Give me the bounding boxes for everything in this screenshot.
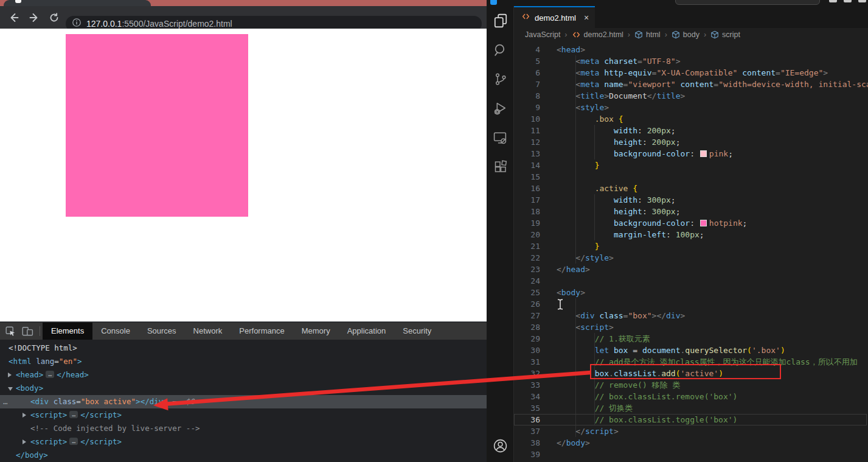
collapsed-content-button[interactable]: … (46, 371, 54, 378)
devtools-tab-elements[interactable]: Elements (43, 323, 92, 340)
breadcrumb-item-body[interactable]: body (683, 30, 700, 39)
code-line-35[interactable]: 35 // 切换类 (514, 402, 868, 414)
code-line-38[interactable]: 38</body> (514, 437, 868, 449)
activity-item-extensions[interactable] (487, 152, 514, 181)
code-line-22[interactable]: 22 </style> (514, 252, 868, 264)
dom-tree-row[interactable]: …<div class="box active"></div> == $0 (0, 395, 487, 408)
code-line-24[interactable]: 24 (514, 275, 868, 287)
code-line-23[interactable]: 23</head> (514, 264, 868, 275)
chevron-right-icon[interactable] (23, 413, 26, 418)
code-line-7[interactable]: 7 <meta name="viewport" content="width=d… (514, 79, 868, 90)
code-line-28[interactable]: 28 <script> (514, 321, 868, 333)
code-line-29[interactable]: 29 // 1.获取元素 (514, 333, 868, 345)
editor-tab-demo2[interactable]: demo2.html × (514, 6, 595, 28)
row-menu-dots-icon[interactable]: … (3, 395, 9, 408)
code-line-15[interactable]: 15 (514, 171, 868, 183)
devtools-tab-performance[interactable]: Performance (231, 323, 293, 340)
line-number[interactable]: 24 (514, 275, 540, 287)
code-line-8[interactable]: 8 <title>Document</title> (514, 90, 868, 102)
code-line-34[interactable]: 34 // box.classList.remove('box') (514, 391, 868, 402)
line-number[interactable]: 31 (514, 356, 540, 368)
chevron-right-icon[interactable] (23, 439, 26, 444)
line-number[interactable]: 14 (514, 159, 540, 171)
dom-tree-row[interactable]: <head>…</head> (0, 368, 487, 382)
window-control-icon[interactable] (858, 0, 866, 2)
code-line-17[interactable]: 17 width: 300px; (514, 194, 868, 206)
code-line-30[interactable]: 30 let box = document.querySelector('.bo… (514, 345, 868, 356)
line-number[interactable]: 15 (514, 171, 540, 183)
chevron-right-icon[interactable] (8, 373, 12, 377)
dom-tree-row[interactable]: <!DOCTYPE html> (0, 341, 487, 355)
collapsed-content-button[interactable]: … (69, 411, 78, 418)
reload-icon[interactable] (48, 12, 60, 24)
code-line-6[interactable]: 6 <meta http-equiv="X-UA-Compatible" con… (514, 67, 868, 79)
activity-item-source-control[interactable] (487, 65, 514, 94)
dom-tree-row[interactable]: </body> (0, 449, 487, 462)
line-number[interactable]: 38 (514, 437, 540, 449)
line-number[interactable]: 10 (514, 113, 540, 125)
line-number[interactable]: 23 (514, 264, 540, 275)
code-line-10[interactable]: 10 .box { (514, 113, 868, 125)
dom-tree-row[interactable]: <script>…</script> (0, 408, 487, 422)
breadcrumb-item-html[interactable]: html (646, 30, 661, 39)
line-number[interactable]: 25 (514, 287, 540, 298)
line-number[interactable]: 36 (514, 414, 540, 425)
line-number[interactable]: 17 (514, 194, 540, 206)
code-line-36[interactable]: 36 // box.classList.toggle('box') (514, 414, 868, 425)
window-control-icon[interactable] (829, 0, 837, 2)
breadcrumb-item-script[interactable]: script (722, 30, 740, 39)
command-center[interactable] (675, 0, 820, 5)
activity-item-files[interactable] (487, 6, 514, 35)
code-line-39[interactable]: 39 (514, 449, 868, 460)
activity-item-search[interactable] (487, 35, 514, 65)
line-number[interactable]: 29 (514, 333, 540, 345)
code-line-25[interactable]: 25<body> (514, 287, 868, 298)
close-icon[interactable]: × (584, 13, 589, 23)
browser-tab[interactable] (4, 0, 151, 6)
code-line-19[interactable]: 19 background-color: hotpink; (514, 217, 868, 229)
line-number[interactable]: 35 (514, 402, 540, 414)
collapsed-content-button[interactable]: … (69, 438, 78, 445)
line-number[interactable]: 8 (514, 90, 540, 102)
line-number[interactable]: 11 (514, 125, 540, 136)
device-toolbar-icon[interactable] (22, 326, 33, 337)
line-number[interactable]: 27 (514, 310, 540, 321)
line-number[interactable]: 33 (514, 379, 540, 391)
line-number[interactable]: 28 (514, 321, 540, 333)
line-number[interactable]: 39 (514, 449, 540, 460)
devtools-tab-sources[interactable]: Sources (139, 323, 185, 340)
code-line-4[interactable]: 4<head> (514, 44, 868, 55)
line-number[interactable]: 30 (514, 345, 540, 356)
line-number[interactable]: 12 (514, 136, 540, 148)
line-number[interactable]: 26 (514, 298, 540, 310)
color-swatch-icon[interactable] (700, 220, 707, 226)
line-number[interactable]: 5 (514, 55, 540, 67)
line-number[interactable]: 20 (514, 229, 540, 240)
color-swatch-icon[interactable] (700, 150, 707, 157)
chevron-down-icon[interactable] (8, 387, 13, 391)
account-icon[interactable] (493, 438, 508, 456)
line-number[interactable]: 4 (514, 44, 540, 55)
line-number[interactable]: 34 (514, 391, 540, 402)
line-number[interactable]: 9 (514, 102, 540, 113)
devtools-tab-application[interactable]: Application (339, 323, 395, 340)
line-number[interactable]: 16 (514, 183, 540, 194)
devtools-tab-security[interactable]: Security (394, 323, 440, 340)
code-line-14[interactable]: 14 } (514, 159, 868, 171)
line-number[interactable]: 32 (514, 368, 540, 379)
code-line-16[interactable]: 16 .active { (514, 183, 868, 194)
info-icon[interactable] (72, 18, 82, 30)
line-number[interactable]: 19 (514, 217, 540, 229)
code-line-20[interactable]: 20 margin-left: 100px; (514, 229, 868, 240)
activity-item-run-debug[interactable] (487, 94, 514, 123)
back-icon[interactable] (8, 12, 20, 24)
devtools-tab-network[interactable]: Network (185, 323, 231, 340)
code-line-9[interactable]: 9 <style> (514, 102, 868, 113)
dom-tree-row[interactable]: <script>…</script> (0, 435, 487, 449)
code-line-21[interactable]: 21 } (514, 240, 868, 252)
code-line-33[interactable]: 33 // remove() 移除 类 (514, 379, 868, 391)
line-number[interactable]: 18 (514, 206, 540, 217)
activity-item-remote-explorer[interactable] (487, 123, 514, 152)
code-line-26[interactable]: 26 (514, 298, 868, 310)
code-line-37[interactable]: 37 </script> (514, 425, 868, 437)
